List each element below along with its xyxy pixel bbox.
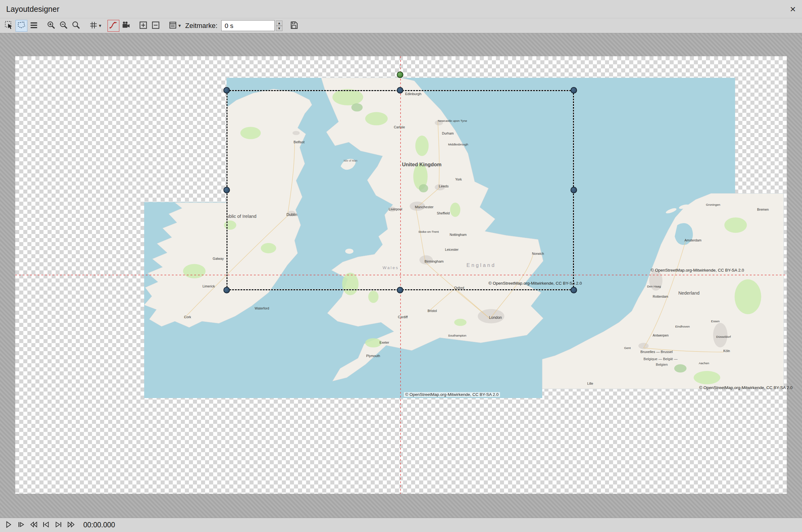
map-label: Aachen bbox=[699, 361, 709, 365]
map-label: Bremen bbox=[757, 208, 769, 211]
map-label: Bristol bbox=[427, 309, 437, 312]
polygon-select-tool-button[interactable] bbox=[16, 20, 27, 32]
map-label: Belgique — België — bbox=[644, 357, 678, 361]
map-label: Limerick bbox=[203, 284, 215, 288]
canvas: United KingdomEnglandWalesublic of Irela… bbox=[0, 33, 802, 518]
fast-forward-button[interactable] bbox=[66, 520, 76, 530]
window-title: Layoutdesigner bbox=[6, 5, 59, 14]
save-button[interactable] bbox=[288, 20, 300, 32]
zeitmarke-label: Zeitmarke: bbox=[185, 22, 217, 30]
rewind-button[interactable] bbox=[28, 520, 39, 530]
play-button[interactable] bbox=[4, 520, 14, 530]
layers-tool-button[interactable] bbox=[28, 20, 40, 32]
skip-to-end-button[interactable] bbox=[54, 520, 63, 530]
camera-button[interactable] bbox=[120, 20, 132, 32]
map-label: Groningen bbox=[706, 203, 720, 206]
timecode-display: 00:00.000 bbox=[83, 521, 115, 529]
zoom-in-button[interactable] bbox=[45, 20, 57, 32]
remove-button[interactable] bbox=[150, 20, 161, 32]
grid-icon bbox=[89, 20, 98, 31]
map-label: Gent bbox=[624, 346, 631, 349]
map-label: Köln bbox=[723, 349, 730, 353]
map-label: Rotterdam bbox=[653, 294, 668, 298]
selection-handle-bottom-left[interactable] bbox=[224, 287, 230, 293]
rotation-handle[interactable] bbox=[397, 72, 403, 78]
plus-square-icon bbox=[139, 20, 148, 31]
map-label: Cardiff bbox=[398, 315, 408, 319]
map-label: Eindhoven bbox=[675, 325, 690, 328]
map-label: London bbox=[489, 316, 502, 320]
zoom-fit-button[interactable] bbox=[70, 20, 82, 32]
magnifier-icon bbox=[72, 20, 81, 31]
skip-to-start-button[interactable] bbox=[41, 520, 51, 530]
map-label: Plymouth bbox=[366, 354, 380, 358]
map-label: Southampton bbox=[448, 334, 466, 337]
select-arrow-icon bbox=[4, 20, 14, 31]
map-label: Bruxelles — Brussel bbox=[641, 350, 673, 354]
double-right-triangles-icon bbox=[67, 520, 75, 530]
play-from-marker-button[interactable] bbox=[16, 520, 26, 530]
map-label: Den Haag bbox=[647, 285, 661, 288]
movie-camera-icon bbox=[121, 20, 131, 31]
selection-handle-middle-right[interactable] bbox=[571, 187, 577, 193]
selection-handle-bottom-right[interactable] bbox=[571, 287, 577, 293]
spinner-up-icon[interactable]: ▲ bbox=[276, 20, 283, 26]
floppy-disk-icon bbox=[289, 20, 299, 31]
add-button[interactable] bbox=[137, 20, 149, 32]
map-label: Exeter bbox=[379, 341, 389, 344]
zoom-out-button[interactable] bbox=[58, 20, 70, 32]
osm-attribution: © OpenStreetMap.org-Mitwirkende, CC BY-S… bbox=[651, 268, 744, 272]
curve-tool-button[interactable] bbox=[108, 20, 119, 32]
map-label: Düsseldorf bbox=[716, 335, 731, 338]
minus-square-icon bbox=[151, 20, 160, 31]
map-label: Lille bbox=[587, 382, 593, 385]
selection-handle-top-right[interactable] bbox=[571, 87, 577, 94]
selection-rectangle[interactable] bbox=[227, 90, 574, 290]
play-icon bbox=[5, 520, 13, 530]
grid-snap-button[interactable] bbox=[88, 20, 99, 32]
map-label: Antwerpen bbox=[653, 334, 669, 337]
map-label: Nederland bbox=[678, 290, 700, 296]
right-triangle-bar-icon bbox=[54, 520, 62, 530]
layoutdesigner-window: Layoutdesigner × bbox=[0, 0, 802, 532]
selection-handle-top-center[interactable] bbox=[397, 87, 403, 94]
close-button[interactable]: × bbox=[790, 4, 796, 14]
osm-attribution: © OpenStreetMap.org-Mitwirkende, CC BY-S… bbox=[404, 392, 500, 397]
bar-left-triangle-icon bbox=[42, 520, 50, 530]
map-label: Amsterdam bbox=[685, 238, 702, 242]
dashed-polygon-icon bbox=[17, 20, 26, 31]
grid-dropdown-caret[interactable]: ▾ bbox=[99, 23, 101, 28]
zeitmarke-input[interactable] bbox=[221, 20, 275, 31]
zeitmarke-spinner[interactable]: ▲ ▼ bbox=[276, 20, 283, 31]
properties-window-icon bbox=[168, 20, 178, 31]
selection-handle-top-left[interactable] bbox=[224, 87, 230, 94]
map-label: Belgien bbox=[656, 363, 667, 366]
play-marker-icon bbox=[17, 520, 25, 530]
zoom-out-icon bbox=[59, 20, 69, 31]
toolbar: ▾ ▾ Zeitmark bbox=[0, 18, 802, 33]
zoom-in-icon bbox=[46, 20, 56, 31]
spinner-down-icon[interactable]: ▼ bbox=[276, 26, 283, 31]
map-label: Galway bbox=[213, 257, 224, 261]
selection-handle-bottom-center[interactable] bbox=[397, 287, 403, 293]
map-label: Essen bbox=[711, 320, 719, 323]
double-left-triangles-icon bbox=[30, 520, 38, 530]
properties-dropdown-caret[interactable]: ▾ bbox=[178, 23, 181, 28]
osm-attribution: © OpenStreetMap.org-Mitwirkende, CC BY-S… bbox=[699, 385, 793, 390]
curve-icon bbox=[109, 20, 118, 31]
playback-bar: 00:00.000 bbox=[0, 518, 802, 532]
map-label: Cork bbox=[184, 315, 191, 319]
select-tool-button[interactable] bbox=[3, 20, 15, 32]
selection-handle-middle-left[interactable] bbox=[224, 187, 230, 193]
map-label: Waterford bbox=[255, 306, 269, 310]
titlebar: Layoutdesigner × bbox=[0, 0, 802, 18]
properties-button[interactable] bbox=[167, 20, 179, 32]
horizontal-lines-icon bbox=[29, 20, 39, 31]
